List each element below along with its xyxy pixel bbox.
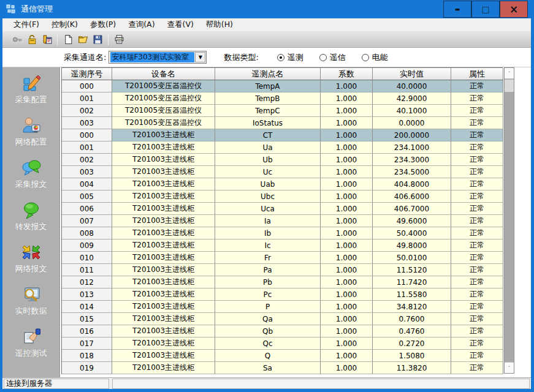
table-row[interactable]: 002T201005变压器温控仪TempC1.00040.1000正常	[62, 105, 503, 117]
table-row[interactable]: 018T201003主进线柜Q1.0001.5080正常	[62, 350, 503, 362]
cell-attr: 正常	[451, 166, 503, 178]
table-row[interactable]: 015T201003主进线柜Qa1.0000.7600正常	[62, 313, 503, 325]
cell-seq: 000	[62, 80, 112, 92]
table-row[interactable]: 000T201003主进线柜CT1.000200.0000正常	[62, 129, 503, 141]
lock-icon[interactable]	[25, 33, 39, 47]
table-row[interactable]: 017T201003主进线柜Qc1.0000.2720正常	[62, 337, 503, 350]
radio-circle-icon[interactable]	[277, 54, 284, 61]
cell-coef: 1.000	[321, 325, 373, 337]
chevron-down-icon[interactable]: ▼	[195, 52, 205, 62]
sidebar-item-6[interactable]: 实时数据	[4, 285, 59, 327]
toolbar-separator	[108, 34, 109, 45]
cell-device: T201005变压器温控仪	[112, 105, 215, 117]
key-icon[interactable]	[10, 33, 25, 47]
radio-circle-icon[interactable]	[362, 54, 369, 61]
radio-遥测[interactable]: 遥测	[277, 52, 303, 63]
menu-item-2[interactable]: 参数(P)	[84, 18, 122, 31]
cell-device: T201003主进线柜	[112, 203, 215, 215]
sidebar-item-2[interactable]: 网络配置	[4, 116, 59, 158]
close-button[interactable]: ×	[500, 1, 528, 18]
minimize-button[interactable]: ▬	[443, 1, 471, 18]
menu-item-3[interactable]: 查询(A)	[122, 18, 161, 31]
config-tag-icon[interactable]	[39, 33, 54, 47]
cell-seq: 017	[62, 337, 112, 350]
table-row[interactable]: 014T201003主进线柜P1.00034.8120正常	[62, 301, 503, 313]
scroll-down-icon[interactable]: ˅	[505, 362, 514, 373]
table-row[interactable]: 008T201003主进线柜Ib1.00050.4000正常	[62, 227, 503, 239]
table-row[interactable]: 016T201003主进线柜Qb1.0000.4760正常	[62, 325, 503, 337]
cell-seq: 000	[62, 129, 112, 141]
open-folder-icon[interactable]	[75, 33, 90, 47]
table-row[interactable]: 009T201003主进线柜Ic1.00049.8000正常	[62, 239, 503, 252]
cell-value: 0.4760	[373, 325, 451, 337]
cell-coef: 1.000	[321, 178, 373, 190]
cell-seq: 001	[62, 92, 112, 105]
table-row[interactable]: 007T201003主进线柜Ia1.00049.6000正常	[62, 215, 503, 227]
cell-seq: 006	[62, 203, 112, 215]
cell-value: 49.6000	[373, 215, 451, 227]
cell-point: Ua	[215, 141, 321, 154]
cell-point: Uc	[215, 166, 321, 178]
scrollbar-thumb[interactable]	[505, 80, 514, 92]
menu-item-4[interactable]: 查看(V)	[161, 18, 200, 31]
maximize-button[interactable]: □	[471, 1, 500, 18]
sidebar-item-5[interactable]: 网络报文	[4, 243, 59, 285]
table-row[interactable]: 004T201003主进线柜Uab1.000404.8000正常	[62, 178, 503, 190]
column-header-5[interactable]: 属性	[451, 68, 503, 80]
cell-device: T201003主进线柜	[112, 337, 215, 350]
table-row[interactable]: 005T201003主进线柜Ubc1.000406.6000正常	[62, 190, 503, 203]
cell-attr: 正常	[451, 276, 503, 288]
table-row[interactable]: 006T201003主进线柜Uca1.000406.7000正常	[62, 203, 503, 215]
menu-item-1[interactable]: 控制(K)	[45, 18, 84, 31]
cell-coef: 1.000	[321, 227, 373, 239]
datatype-label: 数据类型:	[224, 52, 258, 63]
cell-point: Ib	[215, 227, 321, 239]
menu-bar: 文件(F)控制(K)参数(P)查询(A)查看(V)帮助(H)	[2, 18, 531, 32]
table-row[interactable]: 001T201005变压器温控仪TempB1.00042.9000正常	[62, 92, 503, 105]
sidebar-item-3[interactable]: 采集报文	[4, 158, 59, 200]
table-row[interactable]: 000T201005变压器温控仪TempA1.00040.0000正常	[62, 80, 503, 92]
cell-seq: 018	[62, 350, 112, 362]
table-row[interactable]: 003T201003主进线柜Uc1.000234.5000正常	[62, 166, 503, 178]
save-icon[interactable]	[90, 33, 105, 47]
vertical-scrollbar[interactable]: ˄ ˅	[504, 67, 514, 374]
collect-message-icon	[21, 158, 41, 178]
scroll-up-icon[interactable]: ˄	[505, 68, 514, 79]
radio-circle-icon[interactable]	[319, 54, 327, 61]
sidebar-item-1[interactable]: 采集配置	[4, 74, 59, 116]
column-header-4[interactable]: 实时值	[373, 68, 451, 80]
radio-遥信[interactable]: 遥信	[319, 52, 346, 63]
cell-point: P	[215, 301, 321, 313]
table-row[interactable]: 011T201003主进线柜Pa1.00011.5120正常	[62, 264, 503, 276]
column-header-3[interactable]: 系数	[321, 68, 373, 80]
cell-point: Pb	[215, 276, 321, 288]
table-row[interactable]: 013T201003主进线柜Pc1.00011.5580正常	[62, 288, 503, 301]
table-row[interactable]: 012T201003主进线柜Pb1.00011.7420正常	[62, 276, 503, 288]
cell-attr: 正常	[451, 129, 503, 141]
radio-电能[interactable]: 电能	[362, 52, 388, 63]
new-file-icon[interactable]	[61, 33, 75, 47]
table-row[interactable]: 019T201003主进线柜Sa1.00011.3820正常	[62, 362, 503, 374]
sidebar-item-4[interactable]: 转发报文	[4, 200, 59, 243]
column-header-0[interactable]: 遥测序号	[62, 68, 112, 80]
cell-attr: 正常	[451, 117, 503, 129]
table-row[interactable]: 002T201003主进线柜Ub1.000234.3000正常	[62, 154, 503, 166]
column-header-1[interactable]: 设备名	[112, 68, 215, 80]
table-row[interactable]: 001T201003主进线柜Ua1.000234.1000正常	[62, 141, 503, 154]
cell-device: T201003主进线柜	[112, 141, 215, 154]
menu-item-0[interactable]: 文件(F)	[7, 18, 45, 31]
table-row[interactable]: 010T201003主进线柜Fr1.00050.0100正常	[62, 252, 503, 264]
toolbar-separator	[57, 34, 58, 45]
menu-item-5[interactable]: 帮助(H)	[200, 18, 239, 31]
print-icon[interactable]	[112, 33, 126, 47]
table-row[interactable]: 003T201005变压器温控仪IoStatus1.0000.0000正常	[62, 117, 503, 129]
sidebar-item-7[interactable]: 遥控测试	[4, 327, 59, 369]
remote-test-icon	[21, 327, 41, 347]
cell-coef: 1.000	[321, 252, 373, 264]
column-header-2[interactable]: 遥测点名	[215, 68, 321, 80]
telemetry-table: 遥测序号设备名遥测点名系数实时值属性000T201005变压器温控仪TempA1…	[61, 67, 503, 374]
cell-value: 234.5000	[373, 166, 451, 178]
channel-combobox[interactable]: 安科瑞F303测试实验室 ▼	[109, 51, 207, 64]
cell-coef: 1.000	[321, 350, 373, 362]
sidebar-item-label: 实时数据	[15, 306, 47, 317]
